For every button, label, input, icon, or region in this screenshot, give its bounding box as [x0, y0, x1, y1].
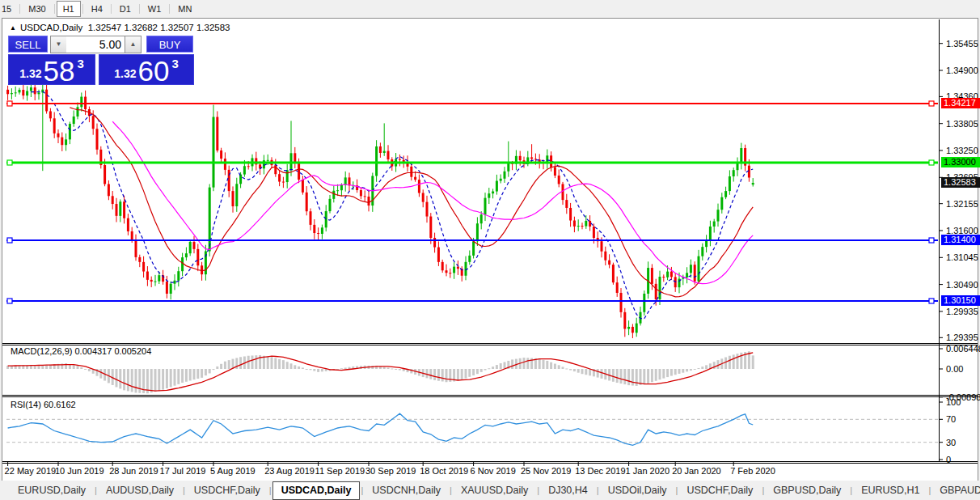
macd-tick-label: 0.00: [946, 364, 963, 374]
tab-separator: |: [762, 485, 764, 495]
price-tick-label: 1.29395: [946, 333, 978, 342]
timeframe-button-d1[interactable]: D1: [113, 1, 137, 17]
buy-price-big: 60: [137, 57, 169, 84]
tab-separator: |: [95, 485, 97, 495]
sell-price-small: 1.32: [19, 67, 41, 80]
date-tick-label: 5 Aug 2019: [210, 466, 256, 476]
chart-tab-eurusd-h1[interactable]: EURUSD,H1: [853, 482, 927, 499]
buy-price-small: 1.32: [114, 67, 136, 80]
chart-title: ▲USDCAD,Daily 1.32547 1.32682 1.32507 1.…: [10, 23, 230, 32]
date-tick-label: 30 Sep 2019: [365, 466, 416, 476]
timeframe-button-h1[interactable]: H1: [57, 1, 81, 17]
price-tick-label: 1.32155: [946, 199, 978, 209]
chart-window: [2, 18, 978, 481]
chart-tab-bar: EURUSD,Daily|AUDUSD,Daily|USDCHF,Daily|U…: [0, 481, 980, 500]
tab-separator: |: [183, 485, 185, 495]
tab-separator: |: [361, 485, 363, 495]
price-tick-label: 1.31045: [946, 252, 978, 262]
rsi-tick-label: 30: [946, 438, 956, 447]
timeframe-button-w1[interactable]: W1: [142, 1, 168, 17]
toolbar-separator: [54, 4, 55, 14]
chart-tab-usdcad-daily[interactable]: USDCAD,Daily: [272, 481, 361, 500]
chart-tab-usdcnh-daily[interactable]: USDCNH,Daily: [364, 482, 449, 499]
date-tick-label: 18 Oct 2019: [420, 466, 468, 476]
sell-price-big: 58: [43, 57, 74, 84]
symbol-period-label: USDCAD,Daily: [20, 23, 82, 32]
timeframe-button-15[interactable]: 15: [0, 1, 18, 17]
collapse-triangle-icon[interactable]: ▲: [10, 24, 16, 32]
mt4-terminal: 15M30H1H4D1W1MN ▲USDCAD,Daily 1.32547 1.…: [0, 0, 980, 500]
sell-button[interactable]: SELL: [8, 36, 48, 53]
buy-button[interactable]: BUY: [146, 36, 193, 53]
level-price-tag: 1.33000: [941, 157, 980, 167]
date-tick-label: 10 Jun 2019: [55, 466, 104, 476]
timeframe-toolbar: 15M30H1H4D1W1MN: [0, 0, 975, 18]
rsi-tick-label: 70: [946, 414, 956, 424]
date-tick-label: 13 Dec 2019: [575, 466, 625, 476]
tab-separator: |: [537, 485, 539, 495]
date-tick-label: 20 Jan 2020: [672, 466, 721, 476]
toolbar-separator: [111, 4, 112, 14]
toolbar-separator: [169, 4, 170, 14]
chart-tab-xauusd-daily[interactable]: XAUUSD,Daily: [453, 482, 536, 499]
rsi-tick-label: 0: [946, 455, 951, 464]
chart-tab-gbpusd-daily[interactable]: GBPUSD,Daily: [765, 482, 849, 499]
price-tick-label: 1.33805: [946, 119, 978, 129]
one-click-trading-panel: SELL ▼ ▲ BUY 1.32 58 3 1.32 60 3: [8, 36, 194, 85]
buy-price-sup: 3: [171, 57, 178, 70]
price-tick-label: 1.30490: [946, 280, 978, 290]
chart-tab-audusd-daily[interactable]: AUDUSD,Daily: [98, 482, 182, 499]
sell-price-sup: 3: [77, 57, 83, 70]
level-price-tag: 1.34217: [941, 98, 980, 108]
date-tick-label: 23 Aug 2019: [264, 466, 315, 476]
tab-separator: |: [269, 485, 272, 495]
price-tick-label: 1.35455: [946, 39, 978, 49]
chart-tab-dj30-h4[interactable]: DJ30,H4: [540, 482, 596, 499]
date-tick-label: 25 Nov 2019: [521, 466, 571, 476]
volume-increase-button[interactable]: ▲: [125, 36, 142, 53]
timeframe-button-h4[interactable]: H4: [85, 1, 109, 17]
chart-tab-gbpaud-h1[interactable]: GBPAUD,H1: [931, 482, 980, 499]
rsi-indicator-title: RSI(14) 60.6162: [11, 400, 76, 409]
rsi-tick-label: 100: [946, 397, 961, 407]
date-tick-label: 1 Jan 2020: [626, 466, 670, 476]
tab-separator: |: [450, 485, 452, 495]
toolbar-separator: [82, 4, 83, 14]
ohlc-values: 1.32547 1.32682 1.32507 1.32583: [88, 23, 230, 32]
sell-price-display[interactable]: 1.32 58 3: [8, 54, 95, 85]
timeframe-button-mn[interactable]: MN: [171, 1, 198, 17]
chart-tab-eurusd-daily[interactable]: EURUSD,Daily: [10, 482, 94, 499]
volume-input[interactable]: [66, 36, 125, 53]
tab-separator: |: [928, 485, 931, 495]
price-tick-label: 1.29935: [946, 307, 978, 316]
date-tick-label: 28 Jun 2019: [109, 466, 158, 476]
price-tick-label: 1.33250: [946, 146, 978, 155]
buy-price-display[interactable]: 1.32 60 3: [99, 54, 194, 85]
macd-tick-label: 0.006448: [946, 344, 980, 354]
tab-separator: |: [850, 485, 852, 495]
chart-tab-usdchf-daily[interactable]: USDCHF,Daily: [678, 482, 761, 499]
toolbar-separator: [19, 4, 20, 14]
tab-separator: |: [676, 485, 678, 495]
date-tick-label: 17 Jul 2019: [160, 466, 206, 476]
chart-tab-usdoil-daily[interactable]: USDOil,Daily: [600, 482, 675, 499]
current-price-tag: 1.32583: [941, 177, 980, 188]
date-tick-label: 7 Feb 2020: [730, 466, 775, 476]
chart-tab-usdchf-daily[interactable]: USDCHF,Daily: [186, 482, 268, 499]
price-tick-label: 1.34900: [946, 66, 978, 75]
timeframe-button-m30[interactable]: M30: [22, 1, 52, 17]
date-tick-label: 22 May 2019: [5, 466, 57, 476]
volume-decrease-button[interactable]: ▼: [50, 36, 67, 53]
date-tick-label: 11 Sep 2019: [315, 466, 365, 476]
level-price-tag: 1.31400: [941, 235, 980, 245]
macd-indicator-title: MACD(12,26,9) 0.004317 0.005204: [11, 346, 151, 356]
date-tick-label: 6 Nov 2019: [471, 466, 516, 476]
tab-separator: |: [597, 485, 599, 495]
toolbar-separator: [139, 4, 140, 14]
level-price-tag: 1.30150: [941, 295, 980, 306]
